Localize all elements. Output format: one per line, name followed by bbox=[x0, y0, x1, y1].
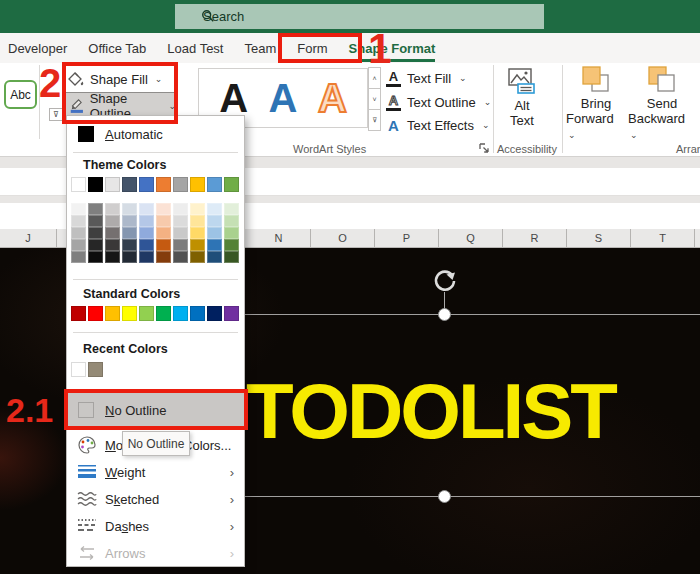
column-header-p[interactable]: P bbox=[375, 229, 439, 247]
shape-style-abc-button[interactable]: Abc bbox=[4, 80, 37, 109]
tab-office-tab[interactable]: Office Tab bbox=[88, 41, 146, 56]
color-swatch[interactable] bbox=[71, 177, 86, 192]
menu-item-dashes[interactable]: Dashes › bbox=[67, 514, 244, 538]
color-swatch[interactable] bbox=[139, 177, 154, 192]
color-swatch[interactable] bbox=[71, 251, 86, 263]
color-swatch[interactable] bbox=[71, 306, 86, 321]
color-swatch[interactable] bbox=[71, 362, 86, 377]
menu-item-sketched[interactable]: Sketched › bbox=[67, 487, 244, 511]
color-swatch[interactable] bbox=[88, 177, 103, 192]
gallery-more-button[interactable]: ⊽ bbox=[368, 109, 381, 131]
color-swatch[interactable] bbox=[139, 239, 154, 251]
color-swatch[interactable] bbox=[207, 239, 222, 251]
color-swatch[interactable] bbox=[88, 215, 103, 227]
color-swatch[interactable] bbox=[88, 362, 103, 377]
color-swatch[interactable] bbox=[122, 177, 137, 192]
color-swatch[interactable] bbox=[71, 203, 86, 215]
color-swatch[interactable] bbox=[105, 306, 120, 321]
color-swatch[interactable] bbox=[190, 251, 205, 263]
color-swatch[interactable] bbox=[139, 215, 154, 227]
selection-handle-bottom[interactable] bbox=[438, 490, 451, 503]
color-swatch[interactable] bbox=[139, 306, 154, 321]
color-swatch[interactable] bbox=[190, 215, 205, 227]
color-swatch[interactable] bbox=[122, 251, 137, 263]
color-swatch[interactable] bbox=[105, 239, 120, 251]
tab-team[interactable]: Team bbox=[244, 41, 276, 56]
color-swatch[interactable] bbox=[190, 203, 205, 215]
color-swatch[interactable] bbox=[190, 306, 205, 321]
text-outline-button[interactable]: A Text Outline ⌄ bbox=[386, 91, 491, 113]
wordart-text[interactable]: TODOLIST bbox=[246, 372, 615, 450]
wordart-style-orange-outline[interactable]: A bbox=[318, 78, 347, 118]
color-swatch[interactable] bbox=[173, 239, 188, 251]
color-swatch[interactable] bbox=[173, 203, 188, 215]
tab-load-test[interactable]: Load Test bbox=[167, 41, 223, 56]
color-swatch[interactable] bbox=[122, 215, 137, 227]
dialog-launcher-icon[interactable] bbox=[478, 142, 490, 154]
shape-styles-more-button[interactable]: ⊽ bbox=[49, 108, 63, 121]
column-header-o[interactable]: O bbox=[311, 229, 375, 247]
color-swatch[interactable] bbox=[156, 203, 171, 215]
color-swatch[interactable] bbox=[224, 177, 239, 192]
color-swatch[interactable] bbox=[105, 203, 120, 215]
color-swatch[interactable] bbox=[156, 215, 171, 227]
send-backward-button[interactable]: Send Backward ⌄ bbox=[628, 66, 696, 143]
color-swatch[interactable] bbox=[88, 251, 103, 263]
color-swatch[interactable] bbox=[139, 227, 154, 239]
menu-item-weight[interactable]: Weight › bbox=[67, 460, 244, 484]
color-swatch[interactable] bbox=[71, 215, 86, 227]
color-swatch[interactable] bbox=[207, 215, 222, 227]
color-swatch[interactable] bbox=[105, 251, 120, 263]
column-header-q[interactable]: Q bbox=[439, 229, 503, 247]
bring-forward-button[interactable]: Bring Forward ⌄ bbox=[566, 66, 626, 143]
color-swatch[interactable] bbox=[105, 227, 120, 239]
column-header-t[interactable]: T bbox=[631, 229, 695, 247]
color-swatch[interactable] bbox=[173, 177, 188, 192]
color-swatch[interactable] bbox=[105, 177, 120, 192]
color-swatch[interactable] bbox=[173, 215, 188, 227]
color-swatch[interactable] bbox=[207, 203, 222, 215]
color-swatch[interactable] bbox=[156, 227, 171, 239]
color-swatch[interactable] bbox=[190, 227, 205, 239]
column-header-r[interactable]: R bbox=[503, 229, 567, 247]
color-swatch[interactable] bbox=[88, 239, 103, 251]
color-swatch[interactable] bbox=[156, 239, 171, 251]
color-swatch[interactable] bbox=[190, 239, 205, 251]
selection-top-edge[interactable] bbox=[240, 314, 700, 315]
column-header-j[interactable]: J bbox=[0, 229, 57, 247]
color-swatch[interactable] bbox=[122, 239, 137, 251]
wordart-style-black[interactable]: A bbox=[219, 78, 248, 118]
rotate-handle-icon[interactable] bbox=[432, 268, 458, 294]
color-swatch[interactable] bbox=[224, 203, 239, 215]
tab-developer[interactable]: Developer bbox=[8, 41, 67, 56]
text-effects-button[interactable]: A Text Effects ⌄ bbox=[386, 114, 490, 136]
gallery-scroll-down-button[interactable]: ˅ bbox=[368, 88, 381, 110]
text-fill-button[interactable]: A Text Fill ⌄ bbox=[386, 67, 467, 89]
color-swatch[interactable] bbox=[139, 203, 154, 215]
color-swatch[interactable] bbox=[71, 239, 86, 251]
column-header-s[interactable]: S bbox=[567, 229, 631, 247]
alt-text-button[interactable]: Alt Text bbox=[500, 66, 544, 128]
color-swatch[interactable] bbox=[224, 227, 239, 239]
color-swatch[interactable] bbox=[224, 215, 239, 227]
color-swatch[interactable] bbox=[122, 203, 137, 215]
color-swatch[interactable] bbox=[207, 177, 222, 192]
color-swatch[interactable] bbox=[88, 203, 103, 215]
color-swatch[interactable] bbox=[207, 306, 222, 321]
color-swatch[interactable] bbox=[71, 227, 86, 239]
search-input[interactable]: Search bbox=[175, 4, 544, 29]
color-swatch[interactable] bbox=[207, 251, 222, 263]
color-swatch[interactable] bbox=[207, 227, 222, 239]
color-swatch[interactable] bbox=[190, 177, 205, 192]
color-swatch[interactable] bbox=[88, 306, 103, 321]
color-swatch[interactable] bbox=[105, 215, 120, 227]
color-swatch[interactable] bbox=[173, 227, 188, 239]
color-swatch[interactable] bbox=[224, 251, 239, 263]
menu-item-automatic[interactable]: Automatic bbox=[67, 121, 244, 147]
color-swatch[interactable] bbox=[156, 251, 171, 263]
selection-handle-top[interactable] bbox=[438, 308, 451, 321]
color-swatch[interactable] bbox=[224, 239, 239, 251]
column-header-n[interactable]: N bbox=[247, 229, 311, 247]
selection-bottom-edge[interactable] bbox=[240, 496, 700, 497]
color-swatch[interactable] bbox=[88, 227, 103, 239]
